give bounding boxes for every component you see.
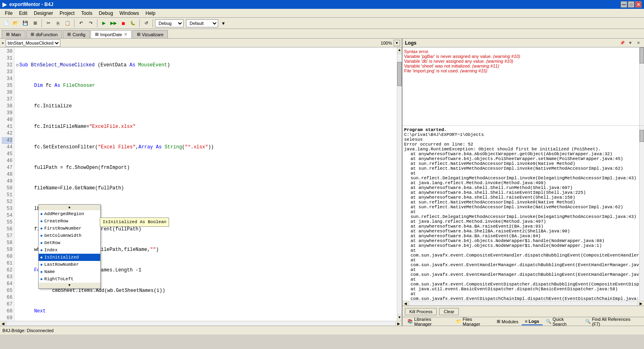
tb-run[interactable]: ▶ [99,19,108,28]
tab-importdate-label: ImportDate [100,32,122,37]
zoom-level: 100% [381,41,392,45]
log-output-stack-6: at java.lang.reflect.Method.invoke(Metho… [404,181,642,185]
tb-sep3 [97,19,97,27]
tab-config[interactable]: ⊞ Config [63,30,90,38]
ac-item-getrow[interactable]: ◆ GetRow [39,239,100,246]
tb-refresh[interactable]: ↺ [142,19,151,28]
ac-item-firstrownumber[interactable]: ◆ FirstRowNumber [39,225,100,232]
menu-tools[interactable]: Tools [78,10,95,17]
code-vscroll[interactable]: ▲ ▼ [397,47,402,321]
tooltip-text: IsInitialized As Boolean [103,220,166,224]
default-select[interactable]: Default [186,19,218,27]
log-output-stack-11: at sun.reflect.NativeMethodAccessorImpl.… [404,205,642,209]
tab-dbfunction[interactable]: ⊞ dbFunction [26,30,62,38]
code-hscroll[interactable]: ◀ ▶ [0,321,402,326]
code-nav-icon: ● [2,41,4,45]
log-output-stack-10: at sun.reflect.NativeMethodAccessorImpl.… [404,200,642,205]
code-body: 3031323334 3536373839 4041424344 4546474… [0,47,402,321]
scroll-down-btn[interactable]: ▼ [394,40,400,46]
ac-scroll-down[interactable]: ▼ [39,283,100,288]
tb-cut[interactable]: ✂ [44,19,53,28]
log-output-selesus: selesus [404,137,642,142]
ac-item-righttoleft[interactable]: ◆ RightToLeft [39,275,100,283]
ac-icon: ◆ [40,247,43,254]
quick-search-icon: 🔍 [546,319,551,324]
tab-libraries-manager[interactable]: 📚 Libraries Manager [404,316,453,327]
debug-mode-select[interactable]: Debug Release [155,19,184,27]
code-header: ● btnStart_MouseClicked 100% ▼ [0,39,402,47]
find-all-refs-icon: 🔍 [585,319,591,324]
menu-designer[interactable]: Designer [31,10,56,17]
logs-hscroll[interactable]: ◀ ▶ [402,301,644,306]
tab-config-icon: ⊞ [67,32,71,37]
logs-pin-icon[interactable]: 📌 [619,40,625,46]
ac-icon: ◆ [40,254,43,261]
tb-undo[interactable]: ↶ [76,19,85,28]
tab-files-manager[interactable]: 📁 Files Manager [453,316,494,327]
menu-help[interactable]: Help [142,10,159,17]
menu-file[interactable]: File [2,10,16,17]
ac-icon: ◆ [40,240,43,246]
tab-vizualizare[interactable]: ⊞ Vizualizare [132,30,168,38]
tab-modules[interactable]: ⊞ Modules [493,318,522,325]
ac-scroll-up[interactable]: ▲ [39,205,100,210]
logs-minimize-icon[interactable]: ▼ [627,40,634,46]
log-error-1: Syntax error. [404,49,642,54]
tb-paste[interactable]: 📋 [63,19,72,28]
ac-item-addmergedregion[interactable]: ◆ AddMergedRegion [39,210,100,218]
ac-item-name[interactable]: ◆ Name [39,268,100,275]
tb-open[interactable]: 📂 [11,19,20,28]
minimize-button[interactable]: — [621,1,627,8]
tab-logs[interactable]: ≡ Logs [522,318,543,325]
tb-debug[interactable]: 🐛 [128,19,137,28]
log-output-stack-15: at anywheresoftware.b4a.ShellBA.raiseEve… [404,229,642,234]
tb-stop[interactable]: ⏹ [119,19,128,28]
clear-button[interactable]: Clear [439,308,458,315]
menu-windows[interactable]: Windows [116,10,142,17]
tb-arrow-down[interactable]: ▼ [219,19,228,28]
maximize-button[interactable]: □ [628,1,634,8]
modules-icon: ⊞ [497,319,500,324]
code-line-36: fileName=File.GetName(fullPath) [16,185,395,192]
tab-importdate-close[interactable]: ✕ [124,32,127,37]
tb-copy[interactable]: ⎘ [54,19,62,28]
tab-main[interactable]: ⊞ Main [2,30,25,38]
tb-run2[interactable]: ▶▶ [109,19,118,28]
log-output-stack-1: at anywheresoftware.b4a.AbsObjectWrapper… [404,152,642,156]
tb-redo[interactable]: ↷ [86,19,95,28]
log-error-3: Variable 'db' is never assigned any valu… [404,59,642,64]
log-output-path: C:\privat\B4J\EXPORT~1\Objects [404,132,642,137]
tb-grid[interactable]: ⊞ [31,19,39,28]
libraries-icon: 📚 [407,319,413,324]
sub-selector[interactable]: btnStart_MouseClicked [6,39,60,47]
ac-item-isinitialized[interactable]: ◆ IsInitialized [39,254,100,261]
tab-find-all-refs[interactable]: 🔍 Find All References (F7) [582,316,642,327]
ac-icon: ◆ [40,269,43,275]
menu-project[interactable]: Project [56,10,78,17]
ac-item-createrow[interactable]: ◆ CreateRow [39,218,100,225]
log-output-stack-7: at anywheresoftware.b4a.shell.Shell.runM… [404,185,642,190]
log-output-stack-19: at com.sun.javafx.event.CompositeEventHa… [404,248,642,258]
app-icon: ▶ [2,1,7,8]
ac-item-lastrownumber[interactable]: ◆ LastRowNumber [39,261,100,268]
kill-process-button[interactable]: Kill Process [405,308,437,315]
menu-debug[interactable]: Debug [95,10,116,17]
log-output-stack-24: at com.sun.javafx.event.EventDispatchCha… [404,292,642,301]
code-line-42: Next [16,308,395,315]
tb-new[interactable]: 📄 [2,19,10,28]
tb-sep5 [153,19,153,27]
ac-item-index[interactable]: ◆ Index [39,246,100,254]
logs-close-icon[interactable]: ✕ [635,40,642,46]
ac-item-getcolumnwidth[interactable]: ◆ GetColumnWidth [39,232,100,239]
code-line-33: fc.InitialFileName="ExcelFile.xlsx" [16,123,395,130]
main-area: ● btnStart_MouseClicked 100% ▼ 303132333… [0,39,644,326]
logs-output-section[interactable]: Program started. C:\privat\B4J\EXPORT~1\… [402,126,644,301]
autocomplete-dropdown[interactable]: ▲ ◆ AddMergedRegion ◆ CreateRow ◆ FirstR… [38,204,101,289]
ac-icon: ◆ [40,211,43,218]
tb-save[interactable]: 💾 [21,19,30,28]
close-button[interactable]: ✕ [635,1,642,8]
code-line-30: ⊟Sub BtnSelect_MouseClicked (EventData A… [16,62,395,69]
menu-edit[interactable]: Edit [16,10,31,17]
tab-importdate[interactable]: ⊞ ImportDate ✕ [91,30,131,38]
tab-quick-search[interactable]: 🔍 Quick Search [543,316,582,327]
